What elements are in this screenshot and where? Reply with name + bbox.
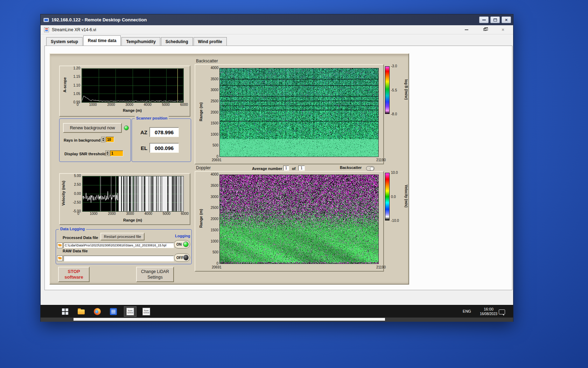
file-explorer-icon bbox=[78, 309, 85, 314]
tick-label: 1.15 bbox=[74, 75, 80, 79]
tick-label: 4000 bbox=[145, 212, 152, 216]
tick-label: 3000 bbox=[126, 103, 133, 107]
tick-label: -5.5 bbox=[391, 88, 397, 92]
tick-label: 1000 bbox=[211, 239, 218, 243]
app-titlebar[interactable]: StreamLine XR v14-6.vi × bbox=[41, 25, 513, 34]
tab-scheduling[interactable]: Scheduling bbox=[161, 37, 193, 46]
ascope-y-ticks: 1.201.151.101.050.99 bbox=[66, 66, 80, 104]
snr-spinner[interactable] bbox=[105, 150, 109, 156]
off-label: OFF bbox=[176, 256, 183, 260]
doppler-plot-canvas bbox=[219, 175, 379, 264]
maximize-icon bbox=[493, 19, 497, 21]
spinner-down-icon[interactable] bbox=[106, 154, 108, 155]
tick-label: 2.50 bbox=[74, 183, 81, 186]
tab-temp-humidity[interactable]: Temp/humidity bbox=[121, 37, 160, 46]
tab-system-setup[interactable]: System setup bbox=[46, 37, 83, 46]
tick-label: 1.20 bbox=[74, 66, 80, 70]
tick-label: 4000 bbox=[211, 172, 218, 176]
backscatter-section-title: Backscatter bbox=[196, 59, 218, 63]
tab-real-time-data[interactable]: Real time data bbox=[83, 35, 121, 46]
rdp-horizontal-scrollbar[interactable] bbox=[41, 318, 513, 322]
data-logging-title: Data Logging bbox=[59, 227, 86, 231]
spinner-up-icon[interactable] bbox=[106, 151, 108, 153]
backscatter-x-ticks: 2069121190 bbox=[212, 158, 386, 162]
taskbar-file-explorer[interactable] bbox=[77, 309, 85, 315]
scan-scheduler-icon: Scan sched bbox=[142, 308, 150, 315]
taskbar-scan-scheduler-1[interactable]: Scan sched bbox=[124, 306, 136, 317]
tab-page-real-time-data: 1.201.151.101.050.99 A-scope 01000200030… bbox=[44, 46, 512, 290]
app-restore-button[interactable] bbox=[480, 27, 489, 33]
scanner-position-group: Scanner position AZ 078.996 EL 000.096 bbox=[132, 118, 191, 162]
rdp-maximize-button[interactable] bbox=[490, 16, 500, 23]
tick-label: 21190 bbox=[376, 158, 386, 162]
rays-spinner[interactable] bbox=[101, 137, 105, 142]
az-value-field: 078.996 bbox=[149, 127, 179, 137]
taskbar-scan-scheduler-2[interactable]: Scan sched bbox=[140, 306, 153, 317]
rdp-computer-screen bbox=[44, 19, 48, 21]
tab-bar: System setup Real time data Temp/humidit… bbox=[41, 34, 513, 46]
rdp-minimize-button[interactable] bbox=[479, 16, 489, 23]
restart-processed-file-button[interactable]: Restart processed file bbox=[100, 233, 145, 240]
spinner-down-icon[interactable] bbox=[102, 140, 104, 141]
start-button[interactable] bbox=[61, 308, 69, 315]
windows-start-icon bbox=[62, 308, 68, 315]
app-title: StreamLine XR v14-6.vi bbox=[52, 27, 96, 32]
renew-background-button[interactable]: Renew background now bbox=[63, 123, 122, 133]
taskbar-app-window[interactable] bbox=[109, 308, 118, 315]
app-close-button[interactable]: × bbox=[498, 27, 507, 33]
scan-scheduler-icon: Scan sched bbox=[126, 308, 134, 315]
restart-processed-file-label: Restart processed file bbox=[104, 234, 141, 239]
stop-line1: STOP bbox=[68, 269, 80, 274]
tick-label: 3500 bbox=[211, 184, 218, 188]
spinner-up-icon[interactable] bbox=[102, 138, 104, 139]
language-indicator[interactable]: ENG bbox=[460, 309, 474, 313]
desktop: 192.168.0.122 - Remote Desktop Connectio… bbox=[0, 0, 588, 368]
el-label: EL bbox=[141, 145, 147, 151]
backscatter-plot-canvas bbox=[219, 68, 379, 157]
rdp-client-area: StreamLine XR v14-6.vi × System setup Re… bbox=[41, 25, 513, 322]
raw-path-field[interactable] bbox=[63, 255, 174, 261]
of-count-field: 1 bbox=[298, 165, 305, 171]
taskbar-firefox[interactable] bbox=[93, 308, 102, 315]
average-number-field[interactable]: 1 bbox=[283, 165, 289, 171]
notification-center-button[interactable] bbox=[498, 308, 506, 315]
change-lidar-settings-button[interactable]: Change LiDAR Settings bbox=[136, 267, 174, 282]
on-label: ON bbox=[176, 243, 182, 246]
backscatter-colorbar-ticks: -3.0-5.5-8.0 bbox=[391, 64, 405, 116]
minimize-icon bbox=[465, 29, 468, 30]
app-minimize-button[interactable] bbox=[462, 27, 471, 33]
doppler-x-ticks: 2069121190 bbox=[212, 265, 386, 269]
rdp-window-controls: × bbox=[479, 16, 511, 23]
front-panel: 1.201.151.101.050.99 A-scope 01000200030… bbox=[49, 53, 409, 285]
tick-label: 3000 bbox=[211, 195, 218, 199]
rays-in-background-label: Rays in background bbox=[64, 138, 100, 142]
stop-software-button[interactable]: STOP software bbox=[58, 267, 90, 282]
doppler-plot-frame: 40003500300025002000150010005000 Range (… bbox=[195, 171, 384, 272]
processed-path-browse-icon[interactable] bbox=[57, 243, 63, 248]
tick-label: 1.10 bbox=[74, 83, 80, 87]
tab-wind-profile[interactable]: Wind profile bbox=[194, 37, 227, 46]
ascope-plot-canvas bbox=[82, 68, 184, 103]
tick-label: 0.00 bbox=[74, 192, 81, 196]
rays-value-field[interactable]: 10 bbox=[106, 137, 114, 142]
tick-label: 0 bbox=[77, 103, 79, 107]
rdp-window: 192.168.0.122 - Remote Desktop Connectio… bbox=[40, 14, 513, 322]
tick-label: 4000 bbox=[211, 66, 218, 70]
raw-logging-toggle[interactable]: OFF bbox=[174, 253, 190, 262]
tick-label: -8.0 bbox=[391, 112, 397, 116]
rdp-close-button[interactable]: × bbox=[502, 16, 511, 23]
doppler-colorbar bbox=[385, 173, 390, 220]
snr-value-field[interactable]: 1 bbox=[110, 150, 123, 156]
velocity-plot-canvas bbox=[82, 176, 184, 212]
processed-logging-toggle[interactable]: ON bbox=[174, 240, 190, 248]
backscatter-colorbar bbox=[385, 66, 390, 114]
doppler-backscatter-toggle[interactable] bbox=[366, 166, 374, 171]
scan-scheduler-label: Scan sched bbox=[143, 309, 150, 314]
tick-label: 2500 bbox=[211, 99, 218, 103]
rdp-titlebar[interactable]: 192.168.0.122 - Remote Desktop Connectio… bbox=[41, 14, 513, 25]
raw-path-browse-icon[interactable] bbox=[57, 255, 63, 261]
ascope-graph-frame: 1.201.151.101.050.99 A-scope 01000200030… bbox=[59, 66, 190, 117]
processed-path-field[interactable]: C:\Lidar\Data\Proc\2023\202308\20230816\… bbox=[63, 243, 174, 248]
scrollbar-thumb[interactable] bbox=[74, 318, 385, 321]
taskbar: Scan sched Scan sched ENG 16:00 16/08/20… bbox=[41, 305, 513, 318]
